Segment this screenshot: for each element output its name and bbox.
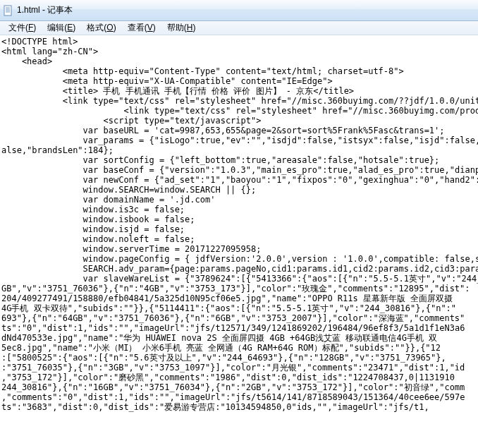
editor-line: window.is3c = false; xyxy=(1,205,477,214)
editor-line: <link type="text/css" rel="stylesheet" h… xyxy=(1,106,477,116)
menu-view[interactable]: 查看(V) xyxy=(122,20,161,35)
editor-line: 693"},{"n":"64GB","v":"3751_76036"},{"n"… xyxy=(1,313,477,323)
editor-line: var newConf = {"ad_set":"1","baoyou":"1"… xyxy=(1,175,477,185)
editor-line: GB","v":"3751_76036"},{"n":"4GB","v":"37… xyxy=(1,284,477,293)
editor-line: <title> 手机 手机通讯 手机【行情 价格 评价 图片】 - 京东</ti… xyxy=(1,86,477,96)
text-editor[interactable]: <!DOCTYPE html><html lang="zh-CN"> <head… xyxy=(0,35,478,448)
editor-line: <link type="text/css" rel="stylesheet" h… xyxy=(1,96,477,106)
menu-format[interactable]: 格式(O) xyxy=(81,20,121,35)
editor-line: window.isbook = false; xyxy=(1,214,477,224)
menu-help[interactable]: 帮助(H) xyxy=(161,20,202,35)
editor-line: window.SEARCH=window.SEARCH || {}; xyxy=(1,185,477,195)
editor-line: ,"comments":"0","dist":1,"ids":"","image… xyxy=(1,392,477,402)
editor-line: window.pageConfig = { jdfVersion:'2.0.0'… xyxy=(1,254,477,264)
editor-line: <meta http-equiv="Content-Type" content=… xyxy=(1,66,477,76)
title-app: 记事本 xyxy=(47,5,73,15)
editor-line: ,"3753_172"}],"color":"磨砂黑","comments":"… xyxy=(1,373,477,382)
editor-line: :["5800525":{"aos":[{"n":"5.6英寸及以上","v":… xyxy=(1,353,477,363)
editor-line: 5ec8.jpg","name":"小米（MI） 小米6手机 亮蓝 全网通（4G… xyxy=(1,343,477,353)
editor-line: 244_30816"},{"n":"16GB","v":"3751_76034"… xyxy=(1,382,477,392)
editor-line: window.noleft = false; xyxy=(1,234,477,244)
editor-line: var_params = {"isLogo":true,"ev":"","isd… xyxy=(1,135,477,145)
titlebar: 1.html - 记事本 xyxy=(0,0,478,21)
title-filename: 1.html xyxy=(17,5,40,15)
editor-line: var baseConf = {"version":"1.0.3","main_… xyxy=(1,165,477,175)
editor-line: var slaveWareList = {"3789624":[{"541336… xyxy=(1,274,477,284)
editor-line: <meta http-equiv="X-UA-Compatible" conte… xyxy=(1,76,477,86)
editor-line: SEARCH.adv_param={page:params.pageNo,cid… xyxy=(1,264,477,274)
title-sep: - xyxy=(40,5,48,15)
editor-line: <script type="text/javascript"> xyxy=(1,116,477,126)
notepad-icon xyxy=(3,5,14,16)
editor-line: 204/409277491/158880/efb04841/5a325d10N9… xyxy=(1,293,477,303)
editor-line: :"3751_76035"},{"n":"3GB","v":"3753_1097… xyxy=(1,363,477,373)
menubar: 文件(F) 编辑(E) 格式(O) 查看(V) 帮助(H) xyxy=(0,21,478,35)
editor-line: <!DOCTYPE html> xyxy=(1,37,477,47)
editor-line: 4G手机 双卡双待","subids":""}},{"5114411":{"ao… xyxy=(1,303,477,313)
editor-line: <html lang="zh-CN"> xyxy=(1,47,477,56)
editor-line: var sortConfig = {"left_bottom":true,"ar… xyxy=(1,155,477,165)
editor-line: var baseURL = 'cat=9987,653,655&page=2&s… xyxy=(1,126,477,135)
editor-line: window.serverTime = 20171227095958; xyxy=(1,244,477,254)
window-title: 1.html - 记事本 xyxy=(17,4,73,16)
menu-file[interactable]: 文件(F) xyxy=(3,20,42,35)
editor-line: alse,"brandsLen":184}; xyxy=(1,145,477,155)
editor-line: <head> xyxy=(1,56,477,66)
editor-line: dNd470533e.jpg","name":"华为 HUAWEI nova 2… xyxy=(1,333,477,343)
editor-line: ts":"0","dist":1,"ids":"","imageUrl":"jf… xyxy=(1,323,477,333)
menu-edit[interactable]: 编辑(E) xyxy=(42,20,81,35)
editor-line: var domainName = '.jd.com' xyxy=(1,195,477,205)
editor-line: window.isjd = false; xyxy=(1,224,477,234)
editor-line: ts":"3683","dist":0,"dist_ids":"爱易游专营店:"… xyxy=(1,402,477,412)
